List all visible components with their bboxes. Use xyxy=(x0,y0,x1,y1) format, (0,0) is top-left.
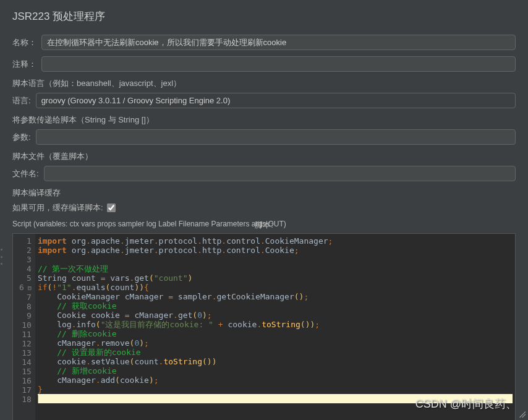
code-line[interactable]: cManager.add(cookie); xyxy=(38,375,513,385)
code-line[interactable]: import org.apache.jmeter.protocol.http.c… xyxy=(38,246,513,255)
params-label: 参数: xyxy=(12,132,31,143)
gutter-line: 12 xyxy=(19,339,32,348)
editor-code-area[interactable]: import org.apache.jmeter.protocol.http.c… xyxy=(35,234,515,420)
gutter-line: 8 xyxy=(19,302,32,311)
code-line[interactable]: // 新增cookie xyxy=(38,366,513,375)
gutter-line: 4 xyxy=(19,264,32,273)
code-line[interactable]: // 删除cookie xyxy=(38,329,513,338)
gutter-line: 9 xyxy=(19,311,32,320)
gutter-line: 6 ⊟ xyxy=(19,283,32,293)
name-input[interactable] xyxy=(41,35,516,50)
left-handle-dots xyxy=(0,247,3,266)
code-line[interactable]: CookieManager cManager = sampler.getCook… xyxy=(38,292,513,301)
lang-label: 语言: xyxy=(12,95,31,106)
name-label: 名称： xyxy=(12,37,36,48)
code-line[interactable]: Cookie cookie = cManager.get(0); xyxy=(38,311,513,320)
pass-params-section: 将参数传递给脚本（String 与 String []） xyxy=(12,114,516,126)
script-lang-section: 脚本语言（例如：beanshell、javascript、jexl） xyxy=(12,78,516,89)
filename-label: 文件名: xyxy=(12,168,39,179)
code-line[interactable]: String count = vars.get("count") xyxy=(38,273,513,283)
params-input[interactable] xyxy=(36,129,516,145)
code-editor[interactable]: 123456 ⊟789101112131415161718 import org… xyxy=(12,233,516,420)
gutter-line: 7 xyxy=(19,293,32,302)
gutter-line: 2 xyxy=(19,246,32,255)
filename-input[interactable] xyxy=(44,166,516,181)
code-line[interactable] xyxy=(38,394,513,403)
code-line[interactable]: // 设置最新的cookie xyxy=(38,348,513,357)
code-line[interactable] xyxy=(38,255,513,264)
page-title: JSR223 预处理程序 xyxy=(12,9,516,24)
gutter-line: 18 xyxy=(19,395,32,404)
gutter-line: 16 xyxy=(19,376,32,385)
gutter-line: 17 xyxy=(19,385,32,395)
comment-input[interactable] xyxy=(41,56,516,72)
code-line[interactable]: cookie.setValue(count.toString()) xyxy=(38,357,513,366)
cache-section: 脚本编译缓存 xyxy=(12,187,516,199)
code-line[interactable]: // 第一次不做处理 xyxy=(38,264,513,273)
editor-gutter: 123456 ⊟789101112131415161718 xyxy=(13,234,35,420)
gutter-line: 11 xyxy=(19,330,32,339)
gutter-line: 5 xyxy=(19,273,32,283)
gutter-line: 3 xyxy=(19,255,32,264)
code-line[interactable]: import org.apache.jmeter.protocol.http.c… xyxy=(38,236,513,246)
gutter-line: 14 xyxy=(19,358,32,367)
code-line[interactable]: if(!"1".equals(count)){ xyxy=(38,283,513,292)
script-file-section: 脚本文件（覆盖脚本） xyxy=(12,151,516,162)
gutter-line: 13 xyxy=(19,348,32,358)
gutter-line: 10 xyxy=(19,320,32,330)
gutter-line: 1 xyxy=(19,236,32,246)
gutter-line: 15 xyxy=(19,367,32,376)
code-line[interactable]: cManager.remove(0); xyxy=(38,338,513,348)
code-line[interactable]: // 获取cookie xyxy=(38,301,513,311)
cache-checkbox-label: 如果可用，缓存编译脚本: xyxy=(12,202,103,213)
comment-label: 注释： xyxy=(12,59,36,70)
code-line[interactable]: log.info("这是我目前存储的cookie: " + cookie.toS… xyxy=(38,320,513,329)
cache-checkbox[interactable] xyxy=(107,204,116,212)
lang-select[interactable]: groovy (Groovy 3.0.11 / Groovy Scripting… xyxy=(36,93,516,108)
code-line[interactable]: } xyxy=(38,385,513,394)
